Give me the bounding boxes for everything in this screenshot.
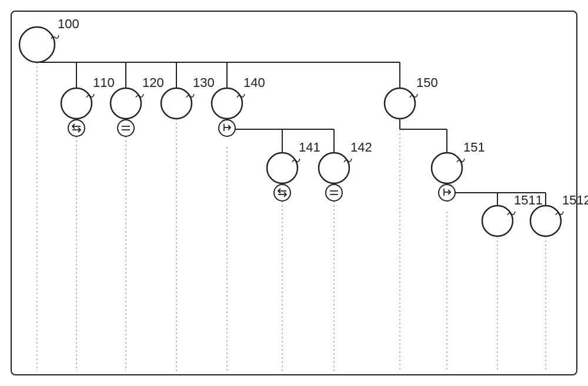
node-label: 1511: [514, 193, 543, 207]
node-n120: 120: [111, 75, 164, 136]
node-n130: 130: [161, 75, 215, 119]
node-n142: 142: [319, 140, 372, 201]
node-label: 140: [243, 75, 265, 90]
node-label: 130: [193, 75, 215, 90]
node-circle: [432, 153, 462, 183]
node-circle: [319, 153, 349, 183]
node-label: 110: [93, 75, 115, 90]
branch-icon: [219, 120, 235, 136]
swap-icon: [274, 184, 290, 201]
swap-icon: [68, 120, 85, 136]
node-circle: [267, 153, 298, 183]
node-circle: [61, 88, 92, 119]
node-label: 1512: [562, 193, 588, 207]
node-label: 141: [299, 140, 320, 155]
node-label: 120: [142, 75, 164, 90]
node-label: 142: [350, 140, 372, 155]
branch-icon: [439, 184, 455, 201]
node-circle: [212, 88, 242, 119]
node-circle: [530, 206, 561, 236]
node-circle: [111, 88, 141, 119]
node-n150: 150: [385, 75, 438, 119]
node-n140: 140: [212, 75, 265, 136]
equal-icon: [118, 120, 134, 136]
node-label: 151: [463, 140, 485, 155]
node-circle: [385, 88, 415, 119]
node-label: 100: [58, 16, 79, 31]
node-n110: 110: [61, 75, 115, 136]
node-circle: [19, 27, 55, 62]
diagram-canvas: 10011012013014015014114215115111512: [0, 0, 588, 386]
node-n100: 100: [19, 16, 79, 62]
node-circle: [161, 88, 192, 119]
node-circle: [482, 206, 513, 236]
equal-icon: [326, 184, 342, 201]
node-n141: 141: [267, 140, 320, 201]
node-n151: 151: [432, 140, 485, 201]
node-label: 150: [416, 75, 438, 90]
